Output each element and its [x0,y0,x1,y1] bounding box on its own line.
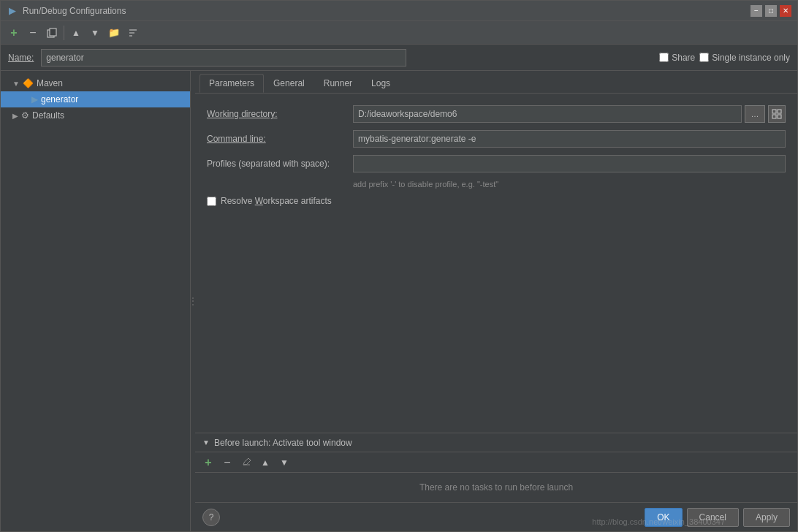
before-launch-section: ▼ Before launch: Activate tool window + … [195,433,797,502]
sort-button[interactable] [124,24,142,42]
tab-general[interactable]: General [264,74,314,93]
svg-rect-8 [778,115,781,118]
generator-run-icon: ▶ [31,94,38,104]
before-launch-arrow: ▼ [202,438,210,446]
minimize-button[interactable]: − [750,5,762,17]
footer-left: ? [202,509,220,526]
before-launch-empty: There are no tasks to run before launch [195,473,797,502]
help-button[interactable]: ? [202,509,220,526]
single-instance-checkbox-label[interactable]: Single instance only [699,53,790,63]
profiles-hint: add prefix '-' to disable profile, e.g. … [207,180,786,189]
before-launch-header[interactable]: ▼ Before launch: Activate tool window [195,433,797,452]
before-launch-move-down-button[interactable]: ▼ [276,454,293,471]
maven-icon: 🔶 [23,78,34,88]
move-up-button[interactable]: ▲ [67,24,85,42]
before-launch-add-button[interactable]: + [200,454,217,471]
watermark: http://blog.csdn.net/weixin_38400347 [592,517,725,526]
profiles-input[interactable] [353,155,786,172]
svg-rect-1 [50,28,56,36]
name-label: Name: [8,53,34,63]
workspace-underline: W [255,196,263,206]
maven-arrow: ▼ [12,80,20,88]
tab-parameters-content: Working directory: … [195,94,797,433]
config-toolbar: + − ▲ ▼ 📁 [1,21,797,45]
sidebar: ▼ 🔶 Maven ▶ ▶ generator ▶ ⚙ Defaults [1,71,191,531]
sidebar-item-defaults[interactable]: ▶ ⚙ Defaults [1,107,190,123]
before-launch-edit-button[interactable] [238,454,255,471]
resolve-workspace-checkbox[interactable] [207,197,216,206]
maven-label: Maven [37,78,63,88]
working-directory-expand-button[interactable] [768,105,786,123]
profiles-row: Profiles (separated with space): [207,155,786,172]
resolve-workspace-row: Resolve Workspace artifacts [207,196,786,206]
profiles-wrap [353,155,786,172]
share-checkbox[interactable] [659,53,669,62]
dialog-title: Run/Debug Configurations [23,6,750,16]
tab-runner[interactable]: Runner [314,74,362,93]
before-launch-remove-button[interactable]: − [218,454,236,471]
defaults-icon: ⚙ [21,110,29,121]
main-content: ▼ 🔶 Maven ▶ ▶ generator ▶ ⚙ Defaults Par… [1,71,797,531]
generator-label: generator [41,94,78,104]
folder-button[interactable]: 📁 [105,24,123,42]
dialog-icon: ▶ [7,5,18,17]
share-area: Share Single instance only [659,53,790,63]
right-panel: Parameters General Runner Logs Working d… [195,71,797,531]
working-directory-label: Working directory: [207,109,353,119]
command-line-label: Command line: [207,134,353,144]
before-launch-move-up-button[interactable]: ▲ [256,454,274,471]
before-launch-toolbar: + − ▲ ▼ [195,452,797,473]
window-controls: − □ ✕ [750,5,791,17]
name-input[interactable] [41,49,406,66]
toolbar-separator-1 [64,26,64,40]
sidebar-item-maven[interactable]: ▼ 🔶 Maven [1,75,190,91]
sidebar-item-generator[interactable]: ▶ ▶ generator [1,91,190,107]
share-checkbox-label[interactable]: Share [659,53,695,63]
add-config-button[interactable]: + [5,24,23,42]
apply-button[interactable]: Apply [743,508,790,527]
profiles-label: Profiles (separated with space): [207,159,353,169]
working-directory-input[interactable] [353,105,742,123]
svg-rect-5 [772,110,776,113]
working-directory-browse-button[interactable]: … [745,105,765,123]
name-bar: Name: Share Single instance only [1,45,797,71]
resolve-workspace-label: Resolve Workspace artifacts [221,196,332,206]
working-directory-row: Working directory: … [207,105,786,123]
defaults-arrow: ▶ [12,112,18,120]
copy-config-button[interactable] [43,24,61,42]
command-line-input[interactable] [353,130,786,148]
close-button[interactable]: ✕ [780,5,791,17]
tab-logs[interactable]: Logs [362,74,400,93]
run-debug-configurations-dialog: ▶ Run/Debug Configurations − □ ✕ + − ▲ ▼… [0,0,798,532]
remove-config-button[interactable]: − [24,24,42,42]
command-line-wrap [353,130,786,148]
maximize-button[interactable]: □ [765,5,777,17]
before-launch-title: Before launch: Activate tool window [214,438,352,448]
single-instance-checkbox[interactable] [699,53,709,62]
svg-rect-7 [772,115,776,118]
footer: ? OK Cancel Apply [195,502,797,531]
title-bar: ▶ Run/Debug Configurations − □ ✕ [1,1,797,21]
tabs: Parameters General Runner Logs [195,71,797,94]
svg-rect-6 [778,110,781,113]
working-directory-wrap: … [353,105,786,123]
command-line-row: Command line: [207,130,786,148]
defaults-label: Defaults [32,110,64,121]
move-down-button[interactable]: ▼ [86,24,104,42]
tab-parameters[interactable]: Parameters [200,74,264,93]
